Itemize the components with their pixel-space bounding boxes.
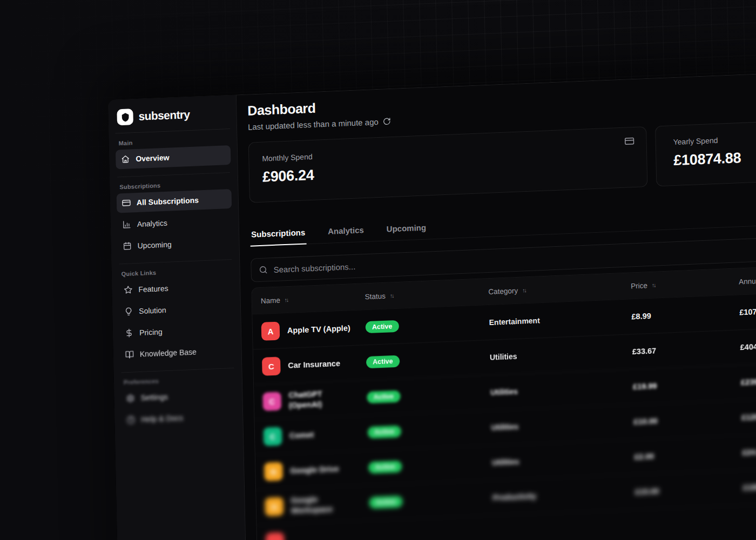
sidebar-section-label-preferences: Preferences [124,375,232,386]
status-cell: Active [360,422,483,439]
sidebar-divider [119,259,232,264]
price-value: £2.00 [634,452,654,461]
subscription-name: Google Workspace [291,493,355,516]
column-header-name[interactable]: Name↑↓ [252,293,357,305]
category-cell: Utilities [483,453,627,468]
sidebar-section-label-subscriptions: Subscriptions [119,179,228,190]
tab-subscriptions[interactable]: Subscriptions [250,222,307,246]
price-cell: £10.00 [626,414,734,427]
category-cell: Utilities [482,383,625,397]
price-value: £10.00 [633,417,658,427]
annual-value: £120.00 [741,412,756,422]
name-cell: AApple TV (Apple) [253,319,358,341]
column-header-category[interactable]: Category↑↓ [480,282,623,296]
sidebar-item-solution[interactable]: Solution [119,298,234,322]
avatar: G [265,497,284,516]
subscription-name: Car Insurance [288,359,340,371]
status-badge: Active [366,355,400,368]
sidebar-item-label: Features [138,284,168,294]
app-window: subsentry MainOverviewSubscriptionsAll S… [108,68,756,540]
status-badge: Active [366,320,399,333]
bar-chart-icon [123,220,131,229]
sidebar-item-overview[interactable]: Overview [116,145,231,170]
name-cell: CCar Insurance [253,354,359,376]
stat-card-value: £10874.88 [673,144,756,170]
sort-icon: ↑↓ [285,296,288,303]
annual-value: £239.88 [741,377,756,387]
category-cell: Utilities [481,348,625,362]
annual-cell: £239.88 [734,371,756,387]
status-badge: Active [368,461,402,474]
sidebar-item-label: Solution [139,306,166,315]
status-badge: Active [369,496,402,509]
lightbulb-icon [124,307,133,316]
sidebar-item-settings[interactable]: Settings [120,384,236,409]
status-cell: Active [358,352,481,369]
sidebar-item-knowledge-base[interactable]: Knowledge Base [120,341,235,365]
annual-value: £107.88 [739,307,756,316]
background-scene: subsentry MainOverviewSubscriptionsAll S… [0,0,756,540]
price-cell: £15.00 [627,484,736,497]
sidebar-divider [117,172,230,177]
subsentry-logo-icon [117,109,133,125]
sidebar-divider [122,368,234,373]
annual-cell: £120.00 [734,406,756,422]
sort-icon: ↑↓ [390,292,394,299]
tab-upcoming[interactable]: Upcoming [385,217,427,240]
category-cell: Entertainment [481,313,624,327]
help-circle-icon [126,415,135,424]
column-header-label: Name [261,296,280,305]
column-header-annual[interactable]: Annual↑↓ [732,270,756,286]
column-header-status[interactable]: Status↑↓ [357,288,480,301]
brand: subsentry [114,103,230,134]
avatar [266,532,285,540]
stat-cards: Monthly Spend£906.24Yearly Spend£10874.8… [248,116,756,203]
sidebar-item-label: Analytics [137,219,167,228]
sidebar-item-help-docs[interactable]: Help & Docs [121,406,237,430]
gear-icon [126,394,134,403]
credit-card-icon [624,136,634,148]
home-icon [121,154,130,164]
annual-value: £180.00 [743,482,756,492]
annual-cell: £180.00 [736,476,756,492]
sidebar-nav: MainOverviewSubscriptionsAll Subscriptio… [116,136,237,430]
sort-icon: ↑↓ [522,287,526,293]
sidebar-item-all-subscriptions[interactable]: All Subscriptions [117,189,232,213]
name-cell: GGoogle Workspace [256,493,361,517]
category-label: Utilities [492,457,519,467]
column-header-price[interactable]: Price↑↓ [623,278,732,290]
subscription-name: Comet [289,430,314,441]
sidebar-item-upcoming[interactable]: Upcoming [117,232,233,256]
category-label: Utilities [490,387,518,397]
sidebar-item-features[interactable]: Features [118,276,234,300]
sidebar-item-analytics[interactable]: Analytics [117,211,232,235]
category-cell: Utilities [483,418,626,433]
status-cell: Active [361,492,484,509]
tab-analytics[interactable]: Analytics [327,220,365,243]
viewport: subsentry MainOverviewSubscriptionsAll S… [0,0,756,540]
subscription-name: Google Drive [290,464,339,476]
category-label: Utilities [491,422,519,432]
name-cell: CComet [255,424,360,447]
column-header-label: Status [364,292,386,301]
table-body: AApple TV (Apple)ActiveEntertainment£8.9… [252,287,756,540]
category-label: Entertainment [489,316,539,327]
book-icon [125,350,134,359]
tabs: SubscriptionsAnalyticsUpcoming [250,198,756,247]
name-cell: GGoogle Drive [255,459,361,482]
column-header-label: Price [631,281,647,290]
annual-value: £24.00 [742,448,756,457]
refresh-icon[interactable] [383,117,391,126]
annual-value: £404.04 [740,342,756,352]
price-cell: £19.99 [625,379,734,392]
sidebar-item-label: Help & Docs [141,414,183,424]
sidebar-item-pricing[interactable]: Pricing [119,319,235,343]
category-cell: Productivity [484,488,627,503]
price-value: £15.00 [635,487,659,497]
annual-cell: £404.04 [733,336,756,352]
status-badge: Active [368,426,401,438]
sidebar-item-label: Pricing [139,327,163,337]
search-input[interactable] [273,239,756,274]
price-cell: £2.00 [627,449,735,462]
sidebar-item-label: All Subscriptions [137,195,199,207]
